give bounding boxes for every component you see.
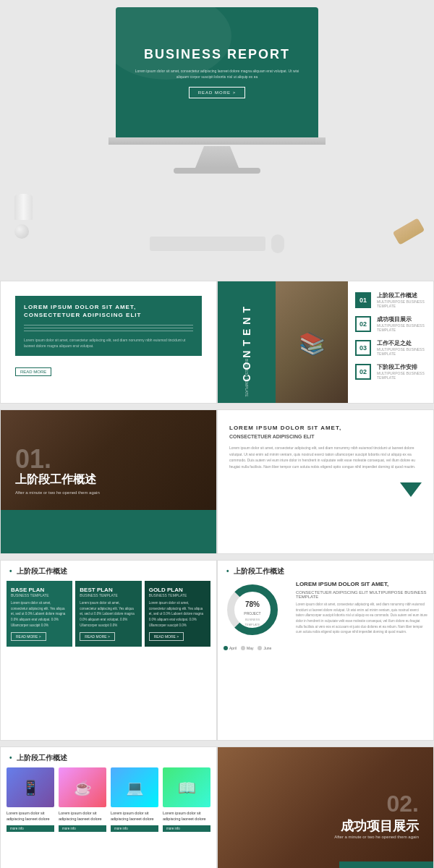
legend-label-3: June <box>263 646 271 650</box>
item-card-1: 📱 Lorem ipsum dolor sit adipiscing laore… <box>7 767 54 832</box>
items-grid-container: 📱 Lorem ipsum dolor sit adipiscing laore… <box>1 767 216 838</box>
items-section-header: • 上阶段工作概述 <box>1 747 216 767</box>
plan-best-btn[interactable]: READ MORE > <box>80 632 115 641</box>
cylinder-decor <box>14 191 33 220</box>
plan-best-text: Lorem ipsum dolor sit amet, consectetur … <box>80 600 137 628</box>
slide-project-showcase: 02. 成功项目展示 After a minute or two he open… <box>217 746 434 868</box>
slide3-subtitle: After a minute or two he opened them aga… <box>15 490 202 495</box>
chart-body: Lorem ipsum dolor sit amet, consectetur … <box>296 602 427 635</box>
monitor-bezel <box>109 137 326 145</box>
content-item-2: 02 成功项目展示 MULTIPURPOSE BUSINESS TEMPLATE <box>355 315 426 332</box>
content-num-1: 01 <box>355 292 371 308</box>
item-btn-3[interactable]: more info <box>111 825 158 832</box>
plans-section-header: • 上阶段工作概述 <box>1 561 216 581</box>
slide1-line2 <box>24 328 193 328</box>
chart-content: 78% PROJECT BUSINESS TEMPLATE April May <box>218 581 433 652</box>
slide8-number: 02. <box>232 791 419 817</box>
plan-base-title: BASE PLAN <box>11 587 68 593</box>
chart-header-text: 上阶段工作概述 <box>234 567 284 575</box>
slide1-line3 <box>24 331 193 331</box>
screen-subtitle: Lorem ipsum dolor sit amet, consectetur … <box>130 68 304 80</box>
slide1-readmore[interactable]: READ MORE <box>15 367 51 376</box>
content-num-3: 03 <box>355 340 371 356</box>
slide4-title: LOREM IPSUM DOLOR SIT AMET, <box>229 425 422 431</box>
content-label-1: 上阶段工作概述 <box>377 292 426 299</box>
legend-dot-2 <box>241 646 245 650</box>
content-label-2: 成功项目展示 <box>377 315 426 323</box>
slide8-subtitle: After a minute or two he opened them aga… <box>232 835 419 839</box>
content-item-1: 01 上阶段工作概述 MULTIPURPOSE BUSINESS TEMPLAT… <box>355 292 426 308</box>
plans-header-text: 上阶段工作概述 <box>17 567 67 575</box>
item-icon-2: ☕ <box>74 779 92 796</box>
item-btn-4[interactable]: more info <box>163 825 210 832</box>
content-label-3: 工作不足之处 <box>377 339 426 347</box>
chart-template-text2: TEMPLATE <box>245 623 260 626</box>
plan-base-sub: BUSINESS TEMPLATE <box>11 593 68 597</box>
item-btn-1[interactable]: more info <box>7 825 54 832</box>
chart-legend: April May June <box>224 646 289 650</box>
item-btn-2[interactable]: more info <box>59 825 106 832</box>
legend-label-1: April <box>229 646 237 650</box>
screen-title: BUSINESS REPORT <box>144 47 290 62</box>
chart-template-text: BUSINESS <box>245 618 260 621</box>
content-sub-3: MULTIPURPOSE BUSINESS TEMPLATE <box>377 347 426 356</box>
item-title-3: Lorem ipsum dolor sit adipiscing laoreet… <box>111 810 158 822</box>
slide3-content: 01. 上阶段工作概述 After a minute or two he ope… <box>1 410 216 506</box>
slide-lorem-content: LOREM IPSUM DOLOR SIT AMET, CONSECTETUER… <box>0 281 217 404</box>
legend-june: June <box>258 646 271 650</box>
plan-best-sub: BUSINESS TEMPLATE <box>80 593 137 597</box>
chart-bullet: • <box>226 567 229 575</box>
item-icon-1: 📱 <box>22 779 40 796</box>
slide-plans: • 上阶段工作概述 BASE PLAN BUSINESS TEMPLATE Lo… <box>0 560 217 741</box>
legend-label-2: May <box>247 646 253 650</box>
content-sub-2: MULTIPURPOSE BUSINESS TEMPLATE <box>377 323 426 332</box>
plan-best-title: BEST PLAN <box>80 587 137 593</box>
ball-decor <box>14 224 29 239</box>
keyboard-area <box>150 234 284 253</box>
item-title-1: Lorem ipsum dolor sit adipiscing laoreet… <box>7 810 54 822</box>
item-icon-4: 📖 <box>178 779 196 796</box>
legend-dot-3 <box>258 646 262 650</box>
slide2-image <box>276 281 348 404</box>
plan-gold-btn[interactable]: READ MORE > <box>149 632 184 641</box>
slide8-content: 02. 成功项目展示 After a minute or two he open… <box>218 747 433 854</box>
plan-card-base: BASE PLAN BUSINESS TEMPLATE Lorem ipsum … <box>7 581 72 647</box>
lamp-decor <box>393 218 425 244</box>
chart-project-text: PROJECT <box>244 611 260 616</box>
items-bullet: • <box>9 754 12 762</box>
content-sub-4: MULTIPURPOSE BUSINESS TEMPLATE <box>377 371 426 380</box>
hero-section: BUSINESS REPORT Lorem ipsum dolor sit am… <box>0 0 434 275</box>
legend-april: April <box>224 646 237 650</box>
slide8-green-bar <box>339 861 433 868</box>
slide1-line1 <box>24 325 193 326</box>
chart-title: LOREM IPSUM DOLOR SIT AMET, <box>296 581 427 587</box>
slide1-green-box: LOREM IPSUM DOLOR SIT AMET, CONSECTETUER… <box>15 296 202 356</box>
slide4-subtitle: CONSECTETUER ADIPISCING ELIT <box>229 434 422 439</box>
desk-objects-left <box>14 191 33 239</box>
content-item-4: 02 下阶段工作安排 MULTIPURPOSE BUSINESS TEMPLAT… <box>355 363 426 380</box>
plan-base-btn[interactable]: READ MORE > <box>11 632 46 641</box>
read-more-button[interactable]: READ MORE > <box>189 87 246 98</box>
content-business-label: BUSINESS TEMPLATE <box>244 359 249 397</box>
slide-lorem-detail: LOREM IPSUM DOLOR SIT AMET, CONSECTETUER… <box>217 409 434 554</box>
triangle-decoration <box>400 482 422 497</box>
slide4-body: Lorem ipsum dolor sit amet, consectetur … <box>229 445 422 469</box>
item-title-4: Lorem ipsum dolor sit adipiscing laoreet… <box>163 810 210 822</box>
plan-card-best: BEST PLAN BUSINESS TEMPLATE Lorem ipsum … <box>75 581 141 647</box>
monitor-screen: BUSINESS REPORT Lorem ipsum dolor sit am… <box>116 7 318 137</box>
chart-subtitle: CONSECTETUER ADIPISCING ELIT MULTIPURPOS… <box>296 590 427 599</box>
plan-gold-text: Lorem ipsum dolor sit amet, consectetur … <box>149 600 206 628</box>
slide1-heading: LOREM IPSUM DOLOR SIT AMET, CONSECTETUER… <box>24 303 193 319</box>
item-image-1: 📱 <box>7 767 54 807</box>
slide-work-overview: 01. 上阶段工作概述 After a minute or two he ope… <box>0 409 217 554</box>
plan-gold-sub: BUSINESS TEMPLATE <box>149 593 206 597</box>
slide2-menu-items: 01 上阶段工作概述 MULTIPURPOSE BUSINESS TEMPLAT… <box>348 281 433 403</box>
monitor-stand <box>195 146 239 168</box>
chart-section-header: • 上阶段工作概述 <box>218 561 433 581</box>
item-title-2: Lorem ipsum dolor sit adipiscing laoreet… <box>59 810 106 822</box>
legend-may: May <box>241 646 253 650</box>
slide2-green-sidebar: CONTENT BUSINESS TEMPLATE <box>218 281 276 403</box>
donut-svg: 78% PROJECT BUSINESS TEMPLATE <box>224 581 281 639</box>
plan-card-gold: GOLD PLAN BUSINESS TEMPLATE Lorem ipsum … <box>145 581 210 647</box>
plans-grid: BASE PLAN BUSINESS TEMPLATE Lorem ipsum … <box>1 581 216 652</box>
